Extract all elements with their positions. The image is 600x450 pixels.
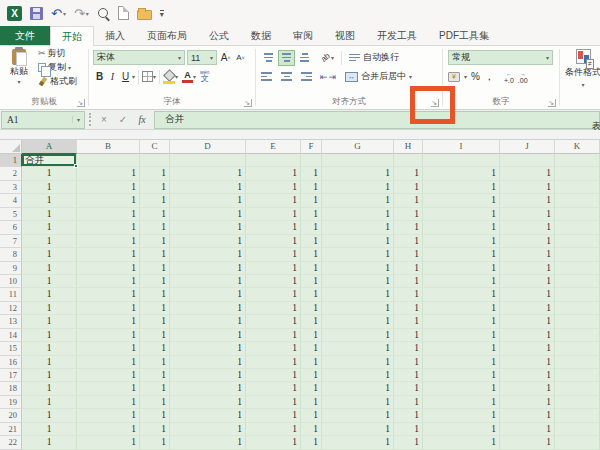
cell-C15[interactable]: 1 [140, 342, 170, 355]
row-header-14[interactable]: 14 [0, 329, 22, 342]
cell-E21[interactable]: 1 [246, 423, 301, 436]
cell-J2[interactable]: 1 [500, 167, 555, 180]
cell-A11[interactable]: 1 [22, 288, 77, 301]
comma-style-icon[interactable]: ， [484, 70, 494, 84]
cell-K6[interactable] [555, 221, 600, 234]
cell-K15[interactable] [555, 342, 600, 355]
cell-C19[interactable]: 1 [140, 396, 170, 409]
cell-A21[interactable]: 1 [22, 423, 77, 436]
cell-A2[interactable]: 1 [22, 167, 77, 180]
cell-D17[interactable]: 1 [170, 369, 246, 382]
cell-E3[interactable]: 1 [246, 181, 301, 194]
cell-I15[interactable]: 1 [423, 342, 500, 355]
cell-I18[interactable]: 1 [423, 382, 500, 395]
cell-B6[interactable]: 1 [77, 221, 140, 234]
cell-I4[interactable]: 1 [423, 194, 500, 207]
cell-A1[interactable]: 合并 [22, 154, 77, 167]
cell-C12[interactable]: 1 [140, 302, 170, 315]
cancel-icon[interactable]: × [95, 114, 113, 125]
column-header-J[interactable]: J [500, 140, 555, 154]
new-document-icon[interactable] [118, 5, 129, 21]
cell-F1[interactable] [301, 154, 322, 167]
cell-H19[interactable]: 1 [394, 396, 423, 409]
row-header-18[interactable]: 18 [0, 382, 22, 395]
row-header-20[interactable]: 20 [0, 409, 22, 422]
cell-D1[interactable] [170, 154, 246, 167]
cell-C22[interactable]: 1 [140, 436, 170, 449]
cell-K8[interactable] [555, 248, 600, 261]
cell-K19[interactable] [555, 396, 600, 409]
cell-E20[interactable]: 1 [246, 409, 301, 422]
cell-I13[interactable]: 1 [423, 315, 500, 328]
row-header-3[interactable]: 3 [0, 181, 22, 194]
cell-A13[interactable]: 1 [22, 315, 77, 328]
cell-C2[interactable]: 1 [140, 167, 170, 180]
cell-K17[interactable] [555, 369, 600, 382]
cell-G19[interactable]: 1 [322, 396, 394, 409]
cell-B22[interactable]: 1 [77, 436, 140, 449]
cell-D2[interactable]: 1 [170, 167, 246, 180]
row-header-7[interactable]: 7 [0, 235, 22, 248]
cell-B1[interactable] [77, 154, 140, 167]
cell-E11[interactable]: 1 [246, 288, 301, 301]
cell-I17[interactable]: 1 [423, 369, 500, 382]
fill-handle[interactable] [74, 164, 78, 168]
cell-A19[interactable]: 1 [22, 396, 77, 409]
tab-PDF工具集[interactable]: PDF工具集 [428, 26, 500, 45]
cell-E8[interactable]: 1 [246, 248, 301, 261]
redo-icon[interactable]: ↷▾ [74, 5, 89, 21]
cell-F7[interactable]: 1 [301, 235, 322, 248]
print-preview-icon[interactable] [97, 5, 110, 21]
cell-F3[interactable]: 1 [301, 181, 322, 194]
decrease-decimal-icon[interactable]: →.00 [518, 70, 528, 84]
cell-C18[interactable]: 1 [140, 382, 170, 395]
cell-K1[interactable] [555, 154, 600, 167]
cell-B9[interactable]: 1 [77, 262, 140, 275]
cell-H22[interactable]: 1 [394, 436, 423, 449]
cell-H14[interactable]: 1 [394, 329, 423, 342]
cell-C11[interactable]: 1 [140, 288, 170, 301]
align-top-icon[interactable] [260, 50, 277, 66]
phonetic-guide-icon[interactable]: wén文 [200, 70, 209, 83]
font-color-icon[interactable]: A [182, 71, 193, 83]
cell-I3[interactable]: 1 [423, 181, 500, 194]
cell-F6[interactable]: 1 [301, 221, 322, 234]
cell-J16[interactable]: 1 [500, 356, 555, 369]
cell-D18[interactable]: 1 [170, 382, 246, 395]
cell-I5[interactable]: 1 [423, 208, 500, 221]
cell-H12[interactable]: 1 [394, 302, 423, 315]
cell-I1[interactable] [423, 154, 500, 167]
orientation-icon[interactable]: ab [319, 51, 332, 64]
cell-G2[interactable]: 1 [322, 167, 394, 180]
cell-F21[interactable]: 1 [301, 423, 322, 436]
cell-C6[interactable]: 1 [140, 221, 170, 234]
tab-页面布局[interactable]: 页面布局 [136, 26, 198, 45]
cell-F13[interactable]: 1 [301, 315, 322, 328]
row-header-8[interactable]: 8 [0, 248, 22, 261]
align-middle-icon[interactable] [278, 50, 295, 66]
cell-D13[interactable]: 1 [170, 315, 246, 328]
font-size-combo[interactable]: 11▾ [187, 50, 217, 65]
cell-F11[interactable]: 1 [301, 288, 322, 301]
cell-G9[interactable]: 1 [322, 262, 394, 275]
cell-I22[interactable]: 1 [423, 436, 500, 449]
cell-K14[interactable] [555, 329, 600, 342]
cell-K13[interactable] [555, 315, 600, 328]
cell-G11[interactable]: 1 [322, 288, 394, 301]
cell-K20[interactable] [555, 409, 600, 422]
tab-file[interactable]: 文件 [0, 26, 50, 45]
cell-H3[interactable]: 1 [394, 181, 423, 194]
row-header-1[interactable]: 1 [0, 154, 22, 167]
tab-公式[interactable]: 公式 [198, 26, 240, 45]
cell-C20[interactable]: 1 [140, 409, 170, 422]
cell-E5[interactable]: 1 [246, 208, 301, 221]
cell-A8[interactable]: 1 [22, 248, 77, 261]
cell-I6[interactable]: 1 [423, 221, 500, 234]
cell-H6[interactable]: 1 [394, 221, 423, 234]
row-header-16[interactable]: 16 [0, 356, 22, 369]
cell-J4[interactable]: 1 [500, 194, 555, 207]
cell-I12[interactable]: 1 [423, 302, 500, 315]
cell-B17[interactable]: 1 [77, 369, 140, 382]
cell-H21[interactable]: 1 [394, 423, 423, 436]
accounting-dropdown[interactable]: ▾ [464, 73, 467, 80]
